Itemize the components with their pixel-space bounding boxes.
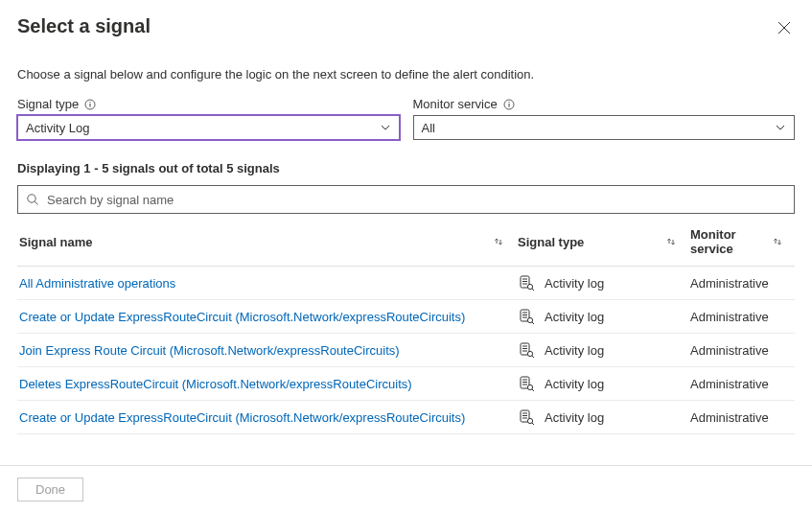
table-row[interactable]: All Administrative operationsActivity lo… — [17, 267, 795, 300]
svg-line-37 — [532, 423, 534, 425]
svg-line-7 — [35, 201, 37, 204]
signal-type-value: Activity Log — [26, 121, 89, 135]
monitor-service-text: Administrative — [690, 377, 769, 391]
svg-rect-5 — [508, 104, 509, 107]
table-row[interactable]: Deletes ExpressRouteCircuit (Microsoft.N… — [17, 367, 795, 401]
th-signal-name-text: Signal name — [19, 235, 93, 249]
activity-log-icon — [518, 274, 535, 291]
monitor-service-label: Monitor service — [413, 97, 796, 111]
close-button[interactable] — [774, 17, 795, 38]
panel-title: Select a signal — [17, 15, 151, 37]
panel-description: Choose a signal below and configure the … — [17, 67, 795, 82]
monitor-service-label-text: Monitor service — [413, 97, 498, 111]
monitor-service-text: Administrative — [690, 343, 769, 358]
th-signal-type-text: Signal type — [518, 235, 584, 249]
monitor-service-value: All — [422, 121, 435, 135]
signal-type-text: Activity log — [545, 343, 604, 358]
monitor-service-dropdown[interactable]: All — [413, 115, 796, 140]
signal-type-label: Signal type — [17, 97, 400, 111]
signal-type-text: Activity log — [545, 276, 604, 291]
close-icon — [777, 21, 791, 35]
th-monitor-service[interactable]: Monitor service — [688, 218, 795, 267]
table-row[interactable]: Create or Update ExpressRouteCircuit (Mi… — [17, 300, 795, 334]
sort-icon — [772, 236, 783, 247]
signal-link[interactable]: Create or Update ExpressRouteCircuit (Mi… — [19, 310, 465, 324]
th-signal-type[interactable]: Signal type — [516, 218, 688, 267]
signal-type-dropdown[interactable]: Activity Log — [17, 115, 400, 140]
svg-line-31 — [532, 389, 534, 391]
signal-link[interactable]: Create or Update ExpressRouteCircuit (Mi… — [19, 410, 465, 425]
table-row[interactable]: Create or Update ExpressRouteCircuit (Mi… — [17, 401, 795, 434]
monitor-service-text: Administrative — [690, 276, 769, 291]
table-row[interactable]: Join Express Route Circuit (Microsoft.Ne… — [17, 334, 795, 367]
monitor-service-text: Administrative — [690, 310, 769, 324]
svg-line-25 — [532, 356, 534, 358]
search-input-wrapper[interactable] — [17, 185, 795, 214]
activity-log-icon — [518, 341, 535, 359]
svg-point-12 — [527, 284, 532, 289]
activity-log-icon — [518, 408, 535, 426]
sort-icon — [665, 236, 677, 247]
svg-rect-2 — [90, 104, 91, 107]
signal-link[interactable]: Join Express Route Circuit (Microsoft.Ne… — [19, 343, 400, 358]
activity-log-icon — [518, 375, 535, 392]
info-icon[interactable] — [84, 99, 96, 110]
svg-line-19 — [532, 322, 534, 324]
signal-type-text: Activity log — [545, 310, 604, 324]
svg-point-30 — [527, 385, 532, 389]
svg-point-36 — [527, 418, 532, 423]
signal-type-text: Activity log — [545, 410, 604, 425]
chevron-down-icon — [775, 122, 786, 133]
search-input[interactable] — [45, 192, 786, 208]
sort-icon — [493, 236, 504, 247]
th-monitor-service-text: Monitor service — [690, 227, 772, 256]
svg-point-18 — [527, 317, 532, 322]
search-icon — [26, 193, 39, 206]
signal-link[interactable]: All Administrative operations — [19, 276, 175, 291]
svg-point-24 — [527, 351, 532, 356]
signal-type-label-text: Signal type — [17, 97, 79, 111]
result-count: Displaying 1 - 5 signals out of total 5 … — [17, 161, 795, 175]
done-button[interactable]: Done — [17, 478, 83, 501]
svg-point-4 — [508, 101, 509, 102]
svg-line-13 — [532, 289, 534, 291]
monitor-service-text: Administrative — [690, 410, 769, 425]
svg-point-6 — [28, 195, 35, 202]
signal-link[interactable]: Deletes ExpressRouteCircuit (Microsoft.N… — [19, 377, 412, 391]
svg-point-1 — [90, 101, 91, 102]
signal-type-text: Activity log — [545, 377, 604, 391]
info-icon[interactable] — [503, 99, 515, 110]
activity-log-icon — [518, 308, 535, 325]
signals-table: Signal name Signal type — [17, 218, 795, 434]
th-signal-name[interactable]: Signal name — [17, 218, 516, 267]
chevron-down-icon — [380, 122, 391, 133]
